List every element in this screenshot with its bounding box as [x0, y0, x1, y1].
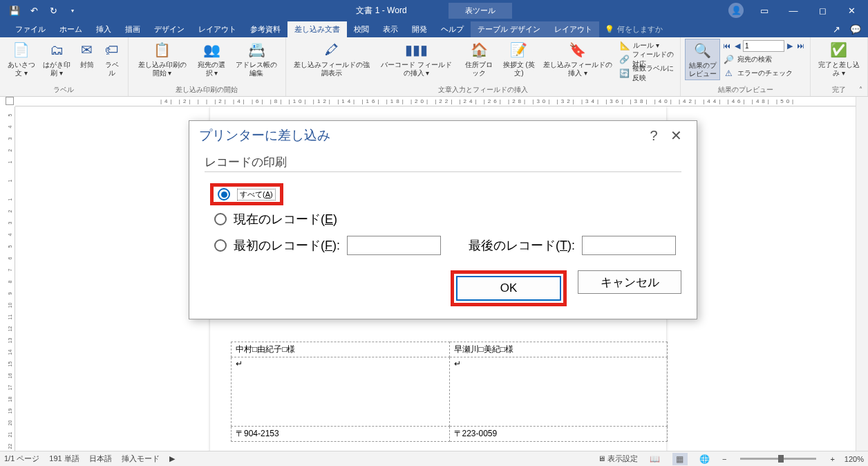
greeting-line-button[interactable]: 📝挨拶文 (英文) [500, 39, 538, 79]
table-cell[interactable]: 早瀬川□美紀□様 [449, 342, 668, 357]
tab-mailings[interactable]: 差し込み文書 [287, 21, 347, 37]
dialog-close-icon[interactable]: ✕ [665, 127, 687, 144]
finish-merge-button[interactable]: ✅完了と差し込み ▾ [815, 39, 863, 79]
word-count[interactable]: 191 単語 [49, 454, 79, 464]
vertical-scrollbar[interactable] [856, 97, 868, 451]
postcard-button[interactable]: 🗂はがき印刷 ▾ [39, 39, 73, 79]
group-start: 📋差し込み印刷の開始 ▾ 👥宛先の選択 ▾ 📇アドレス帳の編集 差し込み印刷の開… [129, 37, 286, 96]
rules-icon: 📐 [619, 40, 630, 51]
horizontal-ruler[interactable]: |4| |2| | | |2| |4| |6| |8| |10| |12| |1… [15, 97, 856, 106]
first-record-icon[interactable]: ⏮ [721, 41, 732, 50]
help-icon[interactable]: ? [643, 128, 665, 144]
web-layout-icon[interactable]: 🌐 [697, 453, 713, 465]
table-cell[interactable]: 中村□由紀子□様 [232, 342, 450, 357]
barcode-button[interactable]: ▮▮▮バーコード フィールドの挿入 ▾ [375, 39, 458, 79]
tab-help[interactable]: ヘルプ [434, 21, 471, 37]
radio-to-label: 最後のレコード(T): [469, 237, 575, 254]
tab-table-design[interactable]: テーブル デザイン [471, 21, 547, 37]
maximize-icon[interactable]: ◻ [809, 1, 836, 20]
collapse-ribbon-icon[interactable]: ˄ [859, 86, 862, 93]
tab-insert[interactable]: 挿入 [89, 21, 118, 37]
radio-all[interactable] [218, 188, 230, 201]
radio-range[interactable] [214, 239, 227, 252]
user-avatar-icon[interactable]: 👤 [728, 3, 744, 18]
radio-from-label: 最初のレコード(F): [234, 237, 340, 254]
tab-file[interactable]: ファイル [8, 21, 53, 37]
tab-view[interactable]: 表示 [376, 21, 405, 37]
tab-home[interactable]: ホーム [53, 21, 89, 37]
find-recipient-button[interactable]: 🔎宛先の検索 [721, 53, 806, 66]
envelope-button[interactable]: ✉封筒 [75, 39, 99, 71]
share-icon[interactable]: ↗ [833, 24, 840, 35]
address-block-button[interactable]: 🏠住所ブロック [460, 39, 498, 79]
table-cell[interactable]: 〒904-2153 [232, 427, 450, 442]
finish-icon: ✅ [829, 40, 849, 59]
ok-button[interactable]: OK [457, 277, 560, 300]
tab-review[interactable]: 校閲 [347, 21, 376, 37]
print-layout-icon[interactable]: ▦ [672, 453, 688, 465]
insert-mode[interactable]: 挿入モード [122, 454, 160, 464]
macro-icon[interactable]: ▶ [169, 454, 175, 463]
table-cell[interactable]: ↵ [232, 357, 450, 427]
to-record-input[interactable] [582, 236, 676, 255]
tab-developer[interactable]: 開発 [405, 21, 434, 37]
table-cell[interactable]: 〒223-0059 [449, 427, 668, 442]
preview-results-button[interactable]: 🔍結果のプレビュー [685, 39, 720, 80]
check-errors-button[interactable]: ⚠エラーのチェック [721, 66, 806, 80]
greeting-button[interactable]: 📄あいさつ文 ▾ [4, 39, 38, 79]
radio-current[interactable] [214, 213, 227, 225]
edit-recipients-button[interactable]: 📇アドレス帳の編集 [232, 39, 281, 79]
next-record-icon[interactable]: ▶ [786, 41, 794, 50]
ribbon-display-icon[interactable]: ▭ [751, 1, 778, 20]
select-recipients-button[interactable]: 👥宛先の選択 ▾ [193, 39, 230, 79]
update-labels-button[interactable]: 🔄複数ラベルに反映 [617, 66, 676, 80]
tab-design[interactable]: デザイン [147, 21, 191, 37]
from-record-input[interactable] [347, 236, 441, 255]
qat-customize-icon[interactable]: ▾ [64, 1, 82, 19]
highlight-fields-button[interactable]: 🖍差し込みフィールドの強調表示 [290, 39, 373, 79]
zoom-in-icon[interactable]: + [830, 455, 834, 463]
group-create-label: ラベル [53, 85, 74, 96]
redo-icon[interactable]: ↻ [44, 1, 62, 19]
label-button[interactable]: 🏷ラベル [100, 39, 124, 79]
zoom-out-icon[interactable]: − [722, 455, 726, 463]
save-icon[interactable]: 💾 [6, 1, 23, 19]
table-row: 中村□由紀子□様 早瀬川□美紀□様 [232, 342, 668, 357]
display-settings[interactable]: 🖥 表示設定 [598, 454, 638, 464]
last-record-icon[interactable]: ⏭ [795, 41, 806, 50]
minimize-icon[interactable]: — [780, 1, 807, 20]
postcard-icon: 🗂 [47, 40, 66, 59]
record-number-input[interactable] [743, 40, 784, 52]
ruler-corner[interactable] [6, 97, 14, 105]
insert-field-button[interactable]: 🔖差し込みフィールドの挿入 ▾ [540, 39, 616, 79]
barcode-icon: ▮▮▮ [407, 40, 426, 59]
start-merge-button[interactable]: 📋差し込み印刷の開始 ▾ [133, 39, 192, 79]
tab-layout[interactable]: レイアウト [191, 21, 243, 37]
prev-record-icon[interactable]: ◀ [733, 41, 742, 50]
ribbon: 📄あいさつ文 ▾ 🗂はがき印刷 ▾ ✉封筒 🏷ラベル ラベル 📋差し込み印刷の開… [0, 37, 868, 97]
language[interactable]: 日本語 [89, 454, 112, 464]
zoom-slider[interactable] [740, 458, 816, 460]
greeting-icon: 📄 [12, 40, 31, 59]
group-preview: 🔍結果のプレビュー ⏮ ◀ ▶ ⏭ 🔎宛先の検索 ⚠エラーのチェック 結果のプレ… [681, 37, 811, 96]
page-count[interactable]: 1/1 ページ [4, 454, 39, 464]
zoom-level[interactable]: 120% [845, 455, 864, 463]
quick-access-toolbar: 💾 ↶ ↻ ▾ [0, 1, 82, 19]
comments-icon[interactable]: 💬 [850, 24, 861, 35]
preview-icon: 🔍 [693, 41, 713, 60]
vertical-ruler[interactable]: 5432111234567891011121314151617181920212… [6, 106, 15, 451]
ribbon-tabs: ファイル ホーム 挿入 描画 デザイン レイアウト 参考資料 差し込み文書 校閲… [0, 21, 868, 37]
tab-draw[interactable]: 描画 [118, 21, 147, 37]
tell-me-search[interactable]: 💡 何をしますか [605, 24, 663, 35]
cancel-button[interactable]: キャンセル [578, 270, 681, 294]
tab-references[interactable]: 参考資料 [243, 21, 287, 37]
tab-table-layout[interactable]: レイアウト [547, 21, 599, 37]
group-write: 🖍差し込みフィールドの強調表示 ▮▮▮バーコード フィールドの挿入 ▾ 🏠住所ブ… [286, 37, 681, 96]
undo-icon[interactable]: ↶ [25, 1, 43, 19]
table-cell[interactable]: ↵ [449, 357, 668, 427]
highlight-all-option: すべて(A) [210, 183, 283, 205]
read-mode-icon[interactable]: 📖 [648, 453, 663, 465]
close-icon[interactable]: ✕ [838, 1, 865, 20]
document-title: 文書 1 - Word [356, 5, 406, 17]
status-bar: 1/1 ページ 191 単語 日本語 挿入モード ▶ 🖥 表示設定 📖 ▦ 🌐 … [0, 451, 868, 466]
